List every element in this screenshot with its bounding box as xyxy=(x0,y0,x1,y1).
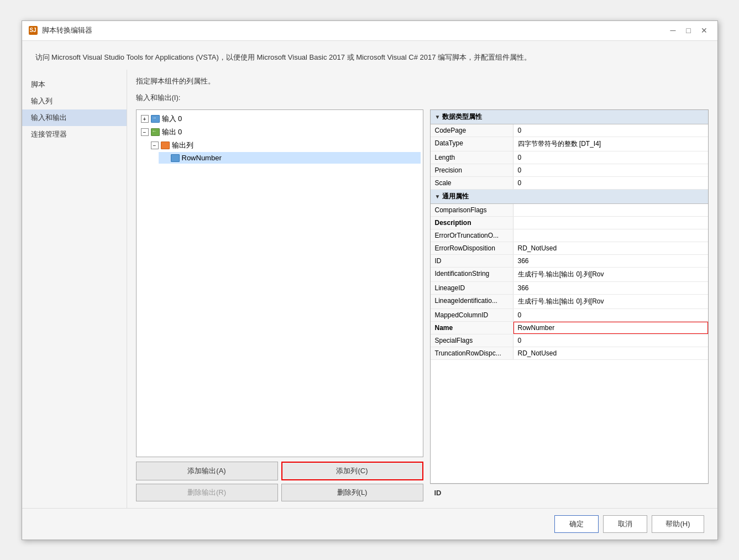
props-value-precision[interactable]: 0 xyxy=(513,164,708,176)
sidebar-item-connection-manager[interactable]: 连接管理器 xyxy=(22,126,127,143)
app-icon: SJ xyxy=(29,26,38,35)
props-row-lineageidentification: LineageIdentificatio... 生成行号.输出[输出 0].列[… xyxy=(431,295,708,309)
tree-label-outputcols: 输出列 xyxy=(172,140,193,150)
props-key-errortruncation: ErrorOrTruncationO... xyxy=(431,229,513,242)
cancel-button[interactable]: 取消 xyxy=(603,515,647,533)
dialog-title: 脚本转换编辑器 xyxy=(42,25,92,35)
minimize-button[interactable]: ─ xyxy=(667,24,680,37)
props-row-precision: Precision 0 xyxy=(431,164,708,177)
props-bottom-label: ID xyxy=(430,484,709,501)
props-value-name[interactable]: RowNumber xyxy=(513,322,708,334)
tree-expander-input0[interactable]: + xyxy=(141,115,149,123)
common-section-label: 通用属性 xyxy=(442,192,469,201)
props-value-truncationrow[interactable]: RD_NotUsed xyxy=(513,347,708,359)
tree-buttons: 添加输出(A) 添加列(C) 删除输出(R) 删除列(L) xyxy=(136,462,423,501)
props-value-identificationstring[interactable]: 生成行号.输出[输出 0].列[Rov xyxy=(513,268,708,281)
right-section: 指定脚本组件的列属性。 输入和输出(I): + 输入 0 − xyxy=(127,70,717,507)
datatype-toggle[interactable]: ▼ xyxy=(435,114,441,120)
common-section-header: ▼ 通用属性 xyxy=(431,190,708,204)
input-icon xyxy=(151,115,160,123)
props-key-name: Name xyxy=(431,322,513,334)
tree-expander-output0[interactable]: − xyxy=(141,128,149,136)
sidebar: 脚本 输入列 输入和输出 连接管理器 xyxy=(22,70,127,507)
props-row-mappedcolumnid: MappedColumnID 0 xyxy=(431,309,708,322)
tree-panel: + 输入 0 − 输出 0 − xyxy=(136,109,423,501)
props-row-codepage: CodePage 0 xyxy=(431,124,708,137)
main-content: 脚本 输入列 输入和输出 连接管理器 指定脚本组件的列属性。 输入和输出(I):… xyxy=(22,70,717,507)
props-row-comparisonflags: ComparisonFlags xyxy=(431,204,708,217)
tree-item-input0[interactable]: + 输入 0 xyxy=(139,112,421,125)
middle-area: + 输入 0 − 输出 0 − xyxy=(136,109,709,501)
close-button[interactable]: ✕ xyxy=(698,24,711,37)
props-row-scale: Scale 0 xyxy=(431,177,708,190)
remove-output-button[interactable]: 删除输出(R) xyxy=(136,484,278,501)
props-value-description[interactable] xyxy=(513,217,708,229)
title-controls: ─ □ ✕ xyxy=(667,24,711,37)
tree-label-rownumber: RowNumber xyxy=(182,154,222,162)
props-key-lineageid: LineageID xyxy=(431,282,513,294)
props-value-comparisonflags[interactable] xyxy=(513,204,708,216)
sidebar-item-inputs-outputs[interactable]: 输入和输出 xyxy=(22,109,127,126)
add-column-button[interactable]: 添加列(C) xyxy=(281,462,423,480)
props-row-description: Description xyxy=(431,217,708,229)
sidebar-item-script[interactable]: 脚本 xyxy=(22,76,127,93)
props-value-lineageidentification[interactable]: 生成行号.输出[输出 0].列[Rov xyxy=(513,295,708,308)
tree-item-rownumber[interactable]: RowNumber xyxy=(159,152,421,164)
props-row-name: Name RowNumber xyxy=(431,322,708,334)
props-key-length: Length xyxy=(431,151,513,164)
title-bar: SJ 脚本转换编辑器 ─ □ ✕ xyxy=(22,21,717,41)
props-key-lineageidentification: LineageIdentificatio... xyxy=(431,295,513,308)
output-icon xyxy=(151,128,160,136)
props-value-errortruncation[interactable] xyxy=(513,229,708,242)
properties-area: ▼ 数据类型属性 CodePage 0 DataType 四字节带符号的整数 [… xyxy=(430,109,709,501)
description-area: 访问 Microsoft Visual Studio Tools for App… xyxy=(22,41,717,70)
dialog: SJ 脚本转换编辑器 ─ □ ✕ 访问 Microsoft Visual Stu… xyxy=(22,20,718,540)
tree-expander-outputcols[interactable]: − xyxy=(151,142,159,149)
props-key-codepage: CodePage xyxy=(431,124,513,137)
props-key-description: Description xyxy=(431,217,513,229)
remove-column-button[interactable]: 删除列(L) xyxy=(281,484,423,501)
props-value-errorrowdisposition[interactable]: RD_NotUsed xyxy=(513,242,708,254)
add-output-button[interactable]: 添加输出(A) xyxy=(136,462,278,480)
tree-item-outputcols[interactable]: − 输出列 xyxy=(149,139,421,152)
props-value-mappedcolumnid[interactable]: 0 xyxy=(513,309,708,321)
sidebar-item-input-columns[interactable]: 输入列 xyxy=(22,93,127,109)
section-description: 指定脚本组件的列属性。 xyxy=(136,76,709,86)
props-value-datatype[interactable]: 四字节带符号的整数 [DT_I4] xyxy=(513,137,708,151)
props-key-truncationrow: TruncationRowDispc... xyxy=(431,347,513,359)
tree-label-input0: 输入 0 xyxy=(162,114,182,124)
props-key-comparisonflags: ComparisonFlags xyxy=(431,204,513,216)
help-button[interactable]: 帮助(H) xyxy=(652,515,704,533)
props-value-id[interactable]: 366 xyxy=(513,255,708,267)
props-key-id: ID xyxy=(431,255,513,267)
props-key-datatype: DataType xyxy=(431,137,513,151)
tree-label-output0: 输出 0 xyxy=(162,127,182,137)
io-label: 输入和输出(I): xyxy=(136,93,709,103)
maximize-button[interactable]: □ xyxy=(682,24,695,37)
props-row-truncationrow: TruncationRowDispc... RD_NotUsed xyxy=(431,347,708,360)
props-key-scale: Scale xyxy=(431,177,513,189)
props-value-length[interactable]: 0 xyxy=(513,151,708,164)
common-toggle[interactable]: ▼ xyxy=(435,193,441,200)
properties-panel: ▼ 数据类型属性 CodePage 0 DataType 四字节带符号的整数 [… xyxy=(430,109,709,483)
props-key-mappedcolumnid: MappedColumnID xyxy=(431,309,513,321)
props-value-codepage[interactable]: 0 xyxy=(513,124,708,137)
column-icon xyxy=(171,154,180,162)
props-key-errorrowdisposition: ErrorRowDisposition xyxy=(431,242,513,254)
props-row-datatype: DataType 四字节带符号的整数 [DT_I4] xyxy=(431,137,708,151)
bottom-bar: 确定 取消 帮助(H) xyxy=(22,508,717,540)
tree-container[interactable]: + 输入 0 − 输出 0 − xyxy=(136,109,423,457)
props-value-specialflags[interactable]: 0 xyxy=(513,334,708,347)
datatype-section-label: 数据类型属性 xyxy=(442,112,482,122)
props-row-length: Length 0 xyxy=(431,151,708,164)
confirm-button[interactable]: 确定 xyxy=(554,515,599,533)
props-key-identificationstring: IdentificationString xyxy=(431,268,513,281)
columns-icon xyxy=(161,142,170,149)
datatype-section-header: ▼ 数据类型属性 xyxy=(431,110,708,124)
props-row-lineageid: LineageID 366 xyxy=(431,282,708,295)
props-key-precision: Precision xyxy=(431,164,513,176)
props-row-errorrowdisposition: ErrorRowDisposition RD_NotUsed xyxy=(431,242,708,255)
props-value-scale[interactable]: 0 xyxy=(513,177,708,189)
props-value-lineageid[interactable]: 366 xyxy=(513,282,708,294)
tree-item-output0[interactable]: − 输出 0 xyxy=(139,125,421,139)
